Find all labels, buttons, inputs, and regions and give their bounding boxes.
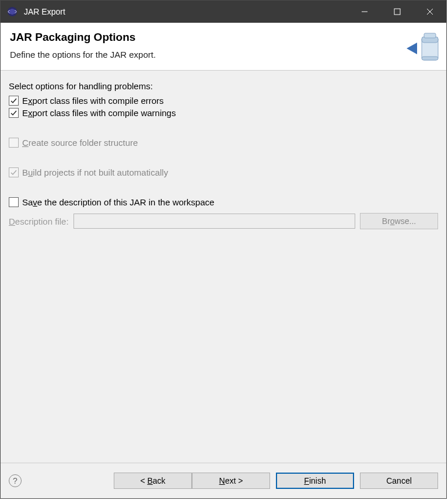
- cancel-button[interactable]: Cancel: [360, 473, 438, 489]
- back-button[interactable]: < Back: [114, 473, 192, 489]
- description-file-input: [74, 214, 355, 229]
- checkbox-icon: [9, 197, 19, 207]
- maximize-button[interactable]: [381, 1, 414, 23]
- description-file-row: Description file: Browse...: [9, 213, 438, 229]
- titlebar: JAR Export: [1, 1, 446, 23]
- save-description-checkbox-row[interactable]: Save the description of this JAR in the …: [9, 197, 438, 207]
- next-button[interactable]: Next >: [192, 473, 270, 489]
- help-button[interactable]: ?: [9, 474, 22, 487]
- svg-rect-4: [394, 9, 400, 15]
- create-source-folder-label: Create source folder structure: [22, 138, 138, 148]
- svg-marker-7: [407, 43, 417, 54]
- wizard-content: Select options for handling problems: Ex…: [1, 71, 446, 463]
- checkbox-icon: [9, 96, 19, 106]
- export-errors-checkbox-row[interactable]: Export class files with compile errors: [9, 96, 438, 106]
- svg-rect-10: [424, 33, 436, 38]
- window-title: JAR Export: [24, 7, 65, 16]
- export-warnings-label: Export class files with compile warnings: [22, 108, 176, 118]
- close-button[interactable]: [414, 1, 446, 23]
- help-icon: ?: [13, 476, 18, 485]
- create-source-folder-checkbox-row: Create source folder structure: [9, 138, 438, 148]
- checkbox-icon: [9, 138, 19, 148]
- export-errors-label: Export class files with compile errors: [22, 96, 164, 106]
- svg-point-2: [9, 9, 15, 15]
- checkbox-icon: [9, 108, 19, 118]
- wizard-footer: ? < Back Next > Finish Cancel: [1, 463, 446, 498]
- jar-icon: [407, 29, 442, 66]
- build-projects-label: Build projects if not built automaticall…: [22, 167, 168, 177]
- jar-export-dialog: JAR Export JAR Packaging Options Define …: [0, 0, 447, 499]
- page-title: JAR Packaging Options: [10, 31, 437, 44]
- build-projects-checkbox-row: Build projects if not built automaticall…: [9, 167, 438, 177]
- finish-button[interactable]: Finish: [276, 473, 354, 489]
- eclipse-icon: [6, 6, 18, 18]
- page-subtitle: Define the options for the JAR export.: [10, 50, 437, 60]
- problems-section-label: Select options for handling problems:: [9, 81, 438, 91]
- svg-rect-11: [422, 57, 438, 60]
- wizard-header: JAR Packaging Options Define the options…: [1, 23, 446, 71]
- browse-button: Browse...: [360, 213, 438, 229]
- save-description-label: Save the description of this JAR in the …: [22, 197, 214, 207]
- minimize-button[interactable]: [348, 1, 381, 23]
- export-warnings-checkbox-row[interactable]: Export class files with compile warnings: [9, 108, 438, 118]
- checkbox-icon: [9, 167, 19, 177]
- description-file-label: Description file:: [9, 216, 69, 226]
